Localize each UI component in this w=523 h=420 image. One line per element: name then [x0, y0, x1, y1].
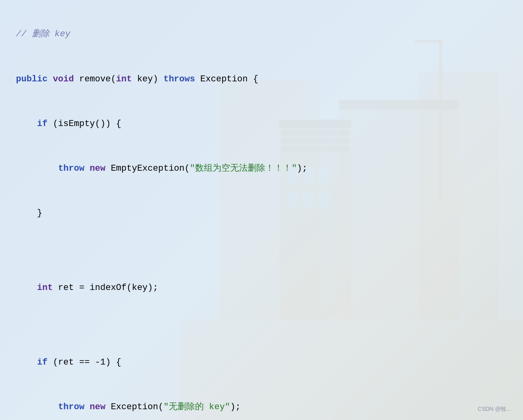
line-if-ret: if (ret == -1) { — [16, 357, 121, 367]
line-throw-exception: throw new Exception("无删除的 key"); — [16, 402, 241, 412]
line-throw-empty: throw new EmptyException("数组为空无法删除！！！"); — [16, 164, 308, 174]
watermark: CSDN @牧... — [478, 406, 511, 413]
comment-line-1: // 删除 key — [16, 29, 70, 39]
code-panel: // 删除 key public void remove(int key) th… — [0, 0, 523, 420]
code-block: // 删除 key public void remove(int key) th… — [16, 12, 507, 420]
line-int-ret: int ret = indexOf(key); — [16, 283, 158, 293]
line-if-isempty: if (isEmpty()) { — [16, 119, 121, 129]
line-public: public void remove(int key) throws Excep… — [16, 74, 258, 84]
line-close-if-1: } — [16, 208, 42, 218]
